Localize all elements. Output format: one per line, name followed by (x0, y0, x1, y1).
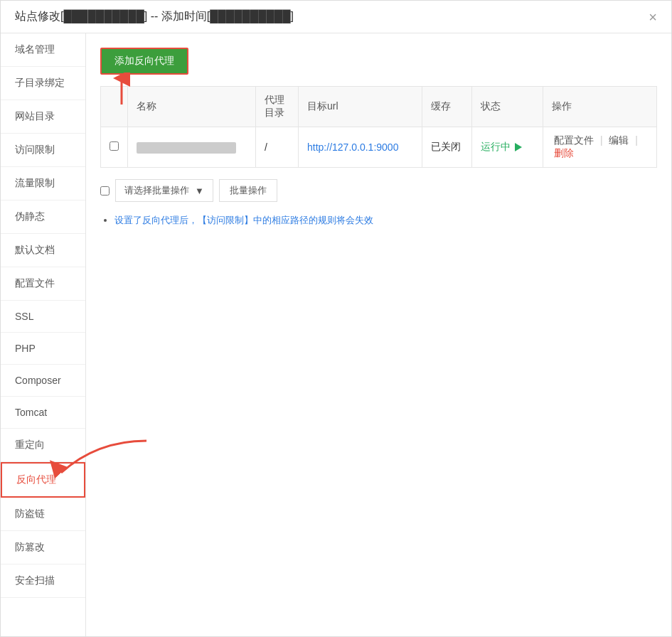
running-icon (515, 143, 522, 151)
dropdown-arrow-icon: ▼ (195, 186, 204, 196)
sidebar-item-tamper[interactable]: 防篡改 (1, 531, 85, 564)
sidebar-item-config-file[interactable]: 配置文件 (1, 267, 85, 301)
sidebar-item-access[interactable]: 访问限制 (1, 134, 85, 167)
main-content: 添加反向代理 名称 代理目录 目标url 缓存 状态 操作 (86, 33, 671, 636)
col-url: 目标url (299, 87, 422, 127)
sidebar-item-hotlink[interactable]: 防盗链 (1, 498, 85, 531)
sidebar-item-security-scan[interactable]: 安全扫描 (1, 564, 85, 598)
sidebar-item-php[interactable]: PHP (1, 333, 85, 365)
col-status: 状态 (472, 87, 543, 127)
action-config-file[interactable]: 配置文件 (554, 134, 594, 146)
sidebar-item-traffic[interactable]: 流量限制 (1, 167, 85, 200)
sidebar-item-sitedir[interactable]: 网站目录 (1, 100, 85, 134)
sidebar-item-pseudostatic[interactable]: 伪静态 (1, 200, 85, 234)
row-checkbox[interactable] (110, 141, 119, 151)
row-cache: 已关闭 (422, 127, 472, 168)
modal-close-button[interactable]: × (649, 10, 657, 24)
col-dir: 代理目录 (256, 87, 299, 127)
batch-operations-row: 请选择批量操作 ▼ 批量操作 (100, 179, 657, 202)
select-all-checkbox[interactable] (100, 186, 110, 196)
sidebar: 域名管理 子目录绑定 网站目录 访问限制 流量限制 伪静态 默认文档 配置文件 (1, 33, 86, 636)
sidebar-item-subdir[interactable]: 子目录绑定 (1, 67, 85, 100)
action-delete[interactable]: 删除 (554, 147, 574, 159)
row-actions: 配置文件 | 编辑 | 删除 (552, 134, 639, 159)
col-cache: 缓存 (422, 87, 472, 127)
sidebar-item-composer[interactable]: Composer (1, 365, 85, 397)
batch-select-label: 请选择批量操作 (124, 184, 189, 197)
modal-title: 站点修改[██████████] -- 添加时间[██████████] (15, 9, 294, 24)
sidebar-item-domain[interactable]: 域名管理 (1, 33, 85, 67)
proxy-table: 名称 代理目录 目标url 缓存 状态 操作 (100, 86, 657, 168)
sidebar-item-tomcat[interactable]: Tomcat (1, 397, 85, 429)
arrow-down-annotation (26, 437, 168, 480)
batch-operation-button[interactable]: 批量操作 (219, 179, 277, 202)
sidebar-item-default-doc[interactable]: 默认文档 (1, 234, 85, 267)
table-row: / http://127.0.0.1:9000 已关闭 运行中 (101, 127, 657, 168)
row-url[interactable]: http://127.0.0.1:9000 (307, 141, 398, 153)
row-status: 运行中 (481, 141, 534, 154)
sidebar-item-ssl[interactable]: SSL (1, 301, 85, 333)
col-action: 操作 (543, 87, 657, 127)
arrow-up-annotation (111, 73, 132, 108)
add-reverse-proxy-button[interactable]: 添加反向代理 (100, 48, 188, 75)
batch-select-dropdown[interactable]: 请选择批量操作 ▼ (115, 179, 213, 202)
row-dir: / (256, 127, 299, 168)
action-edit[interactable]: 编辑 (609, 134, 629, 146)
col-name: 名称 (128, 87, 256, 127)
notice-text: 设置了反向代理后，【访问限制】中的相应路径的规则将会失效 (100, 213, 657, 228)
row-name (137, 142, 236, 154)
